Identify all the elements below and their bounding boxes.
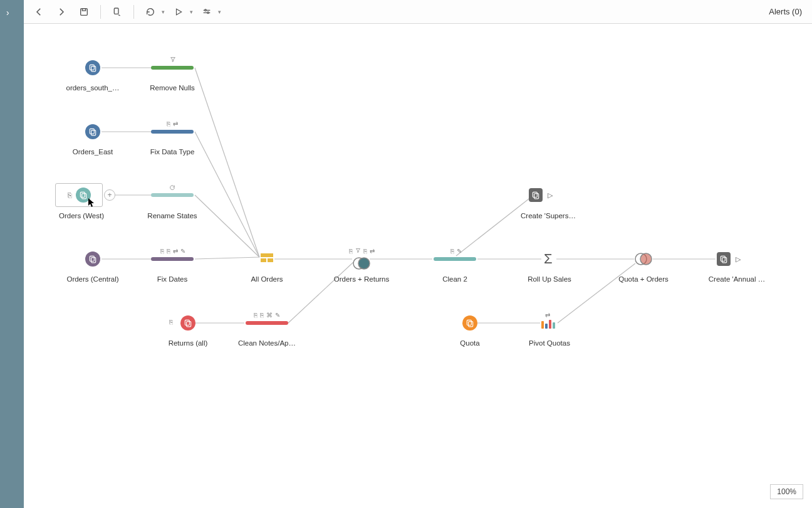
svg-point-36 — [358, 258, 370, 269]
toolbar: ▾ ▾ ▾ Alerts (0) — [24, 0, 812, 24]
clean-step-rename-states[interactable] — [151, 193, 194, 197]
cursor-icon — [88, 198, 95, 208]
table-icon: ⎘ — [68, 191, 72, 199]
svg-rect-30 — [90, 256, 94, 261]
input-node-returns-all[interactable] — [180, 315, 195, 331]
svg-line-12 — [195, 195, 259, 257]
clean-step-clean-notes[interactable] — [246, 321, 288, 325]
svg-point-5 — [207, 12, 209, 14]
input-node-orders-central[interactable] — [85, 251, 100, 267]
node-label: All Orders — [229, 275, 304, 283]
run-output-icon[interactable]: ▷ — [736, 255, 741, 263]
node-label: Create 'Annual … — [699, 275, 774, 283]
svg-rect-34 — [268, 258, 273, 262]
svg-rect-41 — [533, 192, 537, 197]
run-dropdown-icon[interactable]: ▾ — [190, 9, 193, 15]
clean-step-fix-dates[interactable] — [151, 257, 194, 261]
run-flow-button[interactable] — [170, 3, 187, 21]
settings-button[interactable] — [198, 3, 216, 21]
clean-step-fix-data-type[interactable] — [151, 130, 194, 134]
svg-point-4 — [205, 9, 207, 11]
svg-point-38 — [640, 253, 652, 265]
svg-rect-46 — [469, 322, 473, 327]
svg-rect-1 — [82, 8, 85, 10]
node-label: Orders (Central) — [61, 275, 124, 283]
zoom-indicator[interactable]: 100% — [770, 484, 803, 499]
node-label: Fix Dates — [135, 275, 210, 283]
save-button[interactable] — [75, 3, 93, 21]
forward-button[interactable] — [53, 3, 70, 21]
output-step-create-supers[interactable] — [529, 188, 543, 202]
svg-rect-26 — [90, 129, 94, 134]
refresh-dropdown-icon[interactable]: ▾ — [162, 9, 165, 15]
svg-rect-2 — [114, 8, 118, 14]
step-mini-icons: ⎘⎘⇄✎ — [155, 248, 190, 255]
refresh-button[interactable] — [142, 3, 159, 21]
svg-line-23 — [558, 263, 635, 323]
union-step-all-orders[interactable] — [259, 251, 274, 266]
input-node-orders-south[interactable] — [85, 60, 100, 75]
node-label: Remove Nulls — [135, 84, 210, 92]
node-label: Orders_East — [68, 148, 118, 156]
chevron-right-icon: › — [6, 8, 9, 18]
node-label: Pivot Quotas — [512, 339, 587, 347]
connector-layer — [24, 24, 812, 508]
output-step-create-annual[interactable] — [717, 252, 731, 266]
svg-rect-42 — [534, 194, 539, 199]
step-mini-icons: ⎘⇄ — [163, 120, 182, 127]
svg-rect-24 — [90, 65, 94, 70]
join-step-orders-returns[interactable] — [352, 257, 371, 270]
step-mini-icons — [167, 184, 178, 191]
svg-rect-32 — [261, 253, 273, 257]
node-label: Rename States — [135, 212, 210, 220]
node-label: Returns (all) — [160, 339, 216, 347]
pivot-step-pivot-quotas[interactable] — [541, 320, 555, 329]
svg-rect-44 — [187, 322, 191, 327]
aggregate-step-rollup[interactable]: Σ — [544, 251, 553, 267]
node-label: Roll Up Sales — [512, 275, 587, 283]
separator — [133, 5, 134, 19]
separator — [100, 5, 101, 19]
node-label: Orders + Returns — [324, 275, 399, 283]
run-output-icon[interactable]: ▷ — [548, 191, 553, 199]
svg-line-16 — [288, 262, 353, 323]
svg-rect-43 — [185, 320, 189, 325]
svg-line-13 — [195, 257, 259, 259]
data-connection-button[interactable] — [108, 3, 126, 21]
svg-rect-27 — [91, 130, 96, 135]
flow-canvas[interactable]: orders_south_… Remove Nulls Orders_East … — [24, 24, 812, 508]
add-step-button[interactable]: + — [104, 189, 115, 201]
left-panel-collapse[interactable]: › — [0, 0, 24, 508]
node-label: Create 'Supers… — [511, 212, 586, 220]
svg-marker-3 — [177, 9, 182, 14]
input-node-orders-east[interactable] — [85, 124, 100, 139]
alerts-indicator[interactable]: Alerts (0) — [769, 7, 806, 16]
join-step-quota-orders[interactable] — [634, 253, 653, 265]
svg-line-19 — [456, 197, 531, 256]
svg-rect-31 — [91, 258, 96, 263]
step-mini-icons: ⎘✎ — [447, 248, 466, 255]
step-mini-icons: ⎘⎘⌘✎ — [249, 312, 284, 319]
svg-rect-0 — [81, 8, 88, 15]
node-label: Fix Data Type — [135, 148, 210, 156]
node-label: Clean 2 — [417, 275, 492, 283]
node-label: Quota — [432, 339, 508, 347]
step-mini-icons: ⎘⎘⇄ — [344, 248, 379, 255]
svg-rect-39 — [721, 256, 725, 261]
clean-step-clean2[interactable] — [434, 257, 476, 261]
clean-step-remove-nulls[interactable] — [151, 66, 194, 70]
svg-rect-40 — [722, 258, 727, 263]
node-label: Quota + Orders — [606, 275, 681, 283]
node-label: Orders (West) — [44, 212, 119, 220]
step-mini-icons — [167, 56, 179, 63]
svg-rect-29 — [81, 194, 86, 199]
input-node-orders-west-selected[interactable]: ⎘ — [55, 183, 103, 207]
svg-rect-45 — [467, 320, 471, 325]
input-node-quota[interactable] — [462, 315, 477, 331]
svg-line-10 — [195, 68, 259, 257]
svg-rect-33 — [261, 258, 266, 262]
back-button[interactable] — [30, 3, 48, 21]
settings-dropdown-icon[interactable]: ▾ — [218, 9, 221, 15]
node-label: Clean Notes/Ap… — [229, 339, 304, 347]
svg-rect-25 — [91, 66, 96, 71]
